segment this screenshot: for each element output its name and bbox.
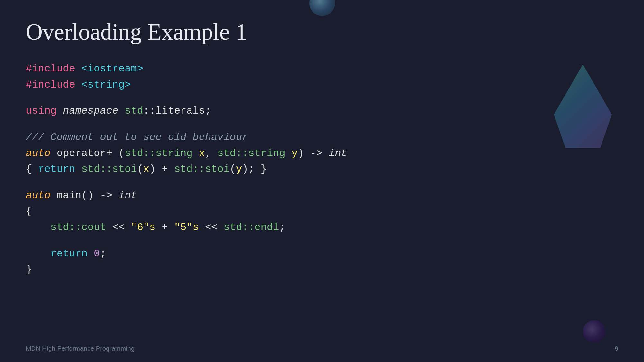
std-token: std — [125, 105, 143, 117]
str-6s: "6"s — [131, 221, 155, 233]
indent2 — [26, 248, 51, 260]
semi1: ; — [279, 221, 285, 233]
comma1: , — [205, 147, 217, 159]
code-line-using: using namespace std::literals; — [26, 103, 618, 119]
end-body: ); } — [242, 163, 267, 175]
blank4 — [26, 236, 618, 246]
brace-open2: { — [26, 205, 32, 217]
keyword-include2: #include — [26, 79, 75, 91]
main-name: main() -> — [51, 190, 118, 201]
std-cout: std::cout — [51, 221, 106, 233]
comment-text: /// Comment out to see old behaviour — [26, 131, 248, 143]
decor-bottom-right-circle — [583, 320, 605, 343]
code-line-main-decl: auto main() -> int — [26, 188, 618, 204]
semi2: ; — [100, 248, 106, 260]
keyword-include1: #include — [26, 63, 75, 75]
plus-op: + — [155, 221, 174, 233]
code-line-cout: std::cout << "6"s + "5"s << std::endl; — [26, 219, 618, 236]
code-line-include1: #include <iostream> — [26, 61, 618, 77]
op-name: operator+ ( — [51, 147, 125, 159]
keyword-namespace: namespace — [63, 105, 118, 117]
param-y: y — [285, 147, 298, 159]
arrow1: ) -> — [298, 147, 329, 159]
code-line-comment: /// Comment out to see old behaviour — [26, 129, 618, 145]
indent1 — [26, 221, 51, 233]
space2 — [88, 248, 94, 260]
code-line-close-brace: } — [26, 262, 618, 278]
paren1: ( — [137, 163, 143, 175]
shift-op2: << — [199, 221, 224, 233]
param-x: x — [192, 147, 205, 159]
scope-op1: :: — [143, 105, 155, 117]
ret-int1: int — [329, 147, 347, 159]
footer-page: 9 — [615, 345, 618, 352]
brace-close: } — [26, 264, 32, 275]
keyword-using: using — [26, 105, 57, 117]
keyword-auto2: auto — [26, 190, 51, 201]
blank2 — [26, 119, 618, 129]
decor-top-center-circle — [309, 0, 335, 16]
footer-title: MDN High Performance Programming — [26, 345, 135, 352]
code-block: #include <iostream> #include <string> us… — [26, 61, 618, 278]
shift-op1: << — [106, 221, 131, 233]
literals-token: literals; — [155, 105, 211, 117]
std-stoi1: std::stoi — [81, 163, 137, 175]
str-5s: "5"s — [174, 221, 199, 233]
slide-title: Overloading Example 1 — [26, 19, 618, 45]
keyword-return2: return — [51, 248, 88, 260]
keyword-return1: return — [38, 163, 75, 175]
std-endl: std::endl — [224, 221, 279, 233]
arg-y: y — [236, 163, 242, 175]
paren3: ( — [230, 163, 236, 175]
footer: MDN High Performance Programming 9 — [0, 345, 644, 352]
zero-val: 0 — [94, 248, 100, 260]
paren2: ) + — [149, 163, 174, 175]
space1 — [75, 163, 81, 175]
code-line-include2: #include <string> — [26, 77, 618, 93]
keyword-auto1: auto — [26, 147, 51, 159]
brace-open1: { — [26, 163, 38, 175]
blank1 — [26, 93, 618, 103]
slide: Overloading Example 1 #include <iostream… — [0, 0, 644, 362]
std-stoi2: std::stoi — [174, 163, 230, 175]
ret-int2: int — [118, 190, 137, 201]
arg-x: x — [143, 163, 149, 175]
code-line-return: return 0; — [26, 246, 618, 262]
code-line-op-decl: auto operator+ (std::string x, std::stri… — [26, 145, 618, 162]
std-string1: std::string — [125, 147, 192, 159]
code-line-op-body: { return std::stoi(x) + std::stoi(y); } — [26, 161, 618, 177]
header-string: <string> — [81, 79, 131, 91]
code-line-open-brace: { — [26, 203, 618, 219]
header-iostream: <iostream> — [81, 63, 143, 75]
std-string2: std::string — [217, 147, 285, 159]
blank3 — [26, 177, 618, 188]
